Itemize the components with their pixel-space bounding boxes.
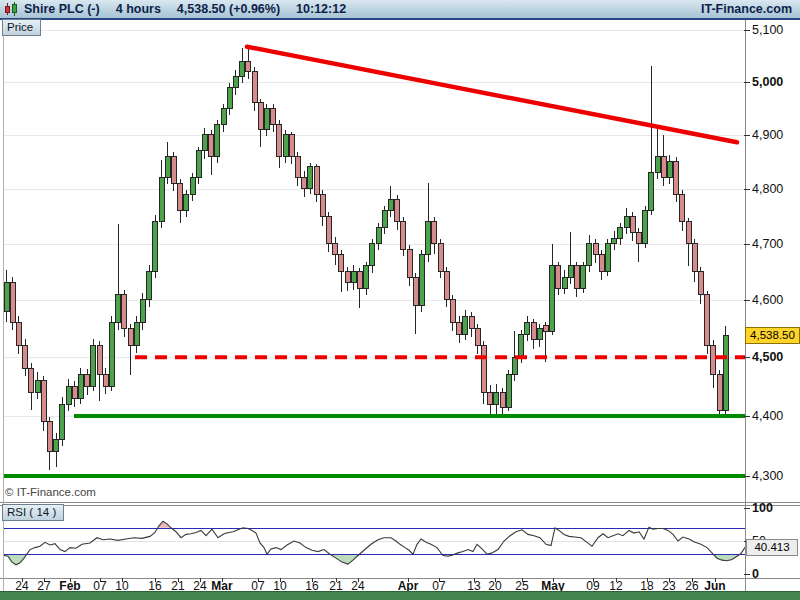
watermark: © IT-Finance.com: [5, 486, 96, 498]
last-price-label: 4,538.50 (+0.96%): [177, 2, 280, 16]
price-tick-label: 4,400: [752, 408, 783, 424]
last-price-tag: 4,538.50: [745, 327, 800, 344]
timestamp-label: 10:12:12: [296, 2, 346, 16]
rsi-tick-label: 100: [752, 500, 773, 516]
rsi-value-tag: 40.413: [746, 539, 798, 556]
down-trendline: [247, 47, 737, 143]
price-tick-label: 4,900: [752, 127, 783, 143]
chart-window: Shire PLC (-) 4 hours 4,538.50 (+0.96%) …: [0, 0, 800, 600]
price-tick-label: 4,600: [752, 292, 783, 308]
title-bar: Shire PLC (-) 4 hours 4,538.50 (+0.96%) …: [0, 0, 800, 20]
tab-rsi[interactable]: RSI ( 14 ): [2, 504, 64, 521]
price-tick-label: 5,000: [752, 74, 783, 90]
price-tick-label: 4,500: [752, 349, 783, 365]
price-tick-label: 4,700: [752, 236, 783, 252]
price-tick-label: 4,800: [752, 181, 783, 197]
symbol-label: Shire PLC (-): [24, 2, 100, 16]
support-lines: [4, 416, 745, 476]
tab-price[interactable]: Price: [2, 19, 41, 36]
candles: [4, 46, 728, 470]
price-tick-label: 4,300: [752, 468, 783, 484]
brand-label: IT-Finance.com: [701, 2, 792, 16]
price-tick-label: 5,100: [752, 22, 783, 38]
candlestick-icon: [4, 2, 18, 17]
rsi-tick-label: 0: [752, 566, 759, 582]
rsi-panel: [4, 521, 745, 565]
bottom-bar: [0, 591, 800, 600]
timeframe-label: 4 hours: [116, 2, 161, 16]
chart-plot-area[interactable]: [0, 0, 800, 600]
